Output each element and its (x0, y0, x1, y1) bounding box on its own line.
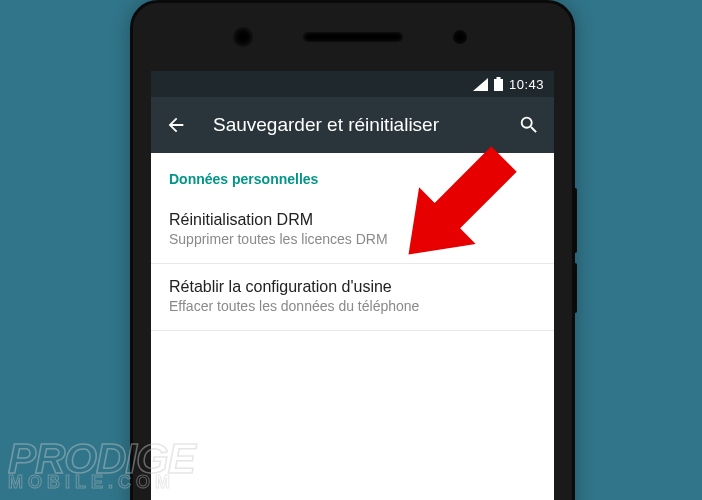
section-header-personal-data: Données personnelles (151, 153, 554, 197)
settings-item-drm-reset[interactable]: Réinitialisation DRM Supprimer toutes le… (151, 197, 554, 264)
svg-rect-1 (496, 77, 500, 79)
app-bar: Sauvegarder et réinitialiser (151, 97, 554, 153)
volume-button (573, 188, 577, 253)
status-bar-clock: 10:43 (509, 77, 544, 92)
app-bar-title: Sauvegarder et réinitialiser (213, 114, 492, 136)
settings-item-factory-reset[interactable]: Rétablir la configuration d'usine Efface… (151, 264, 554, 331)
watermark-line2: MOBILE.COM (8, 475, 195, 490)
earpiece-speaker (303, 32, 403, 42)
phone-screen: 10:43 Sauvegarder et réinitialiser Donné… (151, 71, 554, 500)
item-title: Rétablir la configuration d'usine (169, 278, 536, 296)
item-subtitle: Effacer toutes les données du téléphone (169, 298, 536, 314)
cellular-signal-icon (473, 78, 488, 91)
phone-frame: 10:43 Sauvegarder et réinitialiser Donné… (130, 0, 575, 500)
item-subtitle: Supprimer toutes les licences DRM (169, 231, 536, 247)
battery-icon (494, 77, 503, 91)
power-button (573, 263, 577, 313)
settings-content: Données personnelles Réinitialisation DR… (151, 153, 554, 331)
search-icon[interactable] (518, 114, 540, 136)
phone-top-bezel (133, 3, 572, 71)
watermark: PRODIGE MOBILE.COM (8, 441, 195, 490)
svg-rect-0 (494, 79, 503, 91)
status-bar: 10:43 (151, 71, 554, 97)
front-camera (233, 27, 253, 47)
back-arrow-icon[interactable] (165, 114, 187, 136)
proximity-sensor (453, 30, 467, 44)
item-title: Réinitialisation DRM (169, 211, 536, 229)
